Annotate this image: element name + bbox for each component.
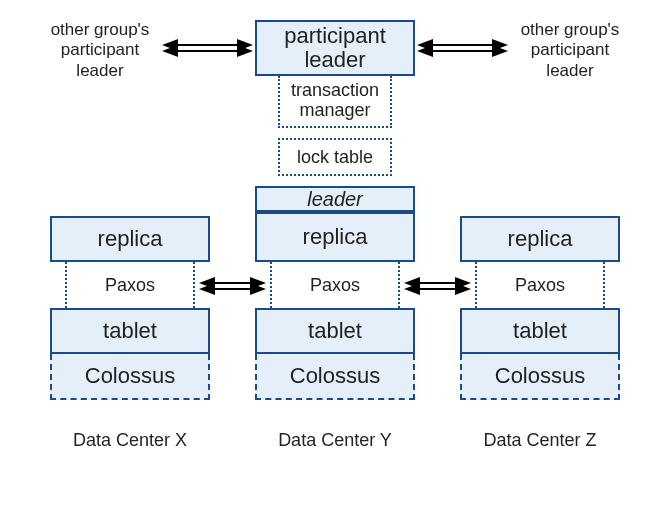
leader-box: leader [255, 186, 415, 212]
other-group-right-label: other group's participant leader [510, 20, 630, 81]
text: replica [303, 224, 368, 250]
tablet-x-box: tablet [50, 308, 210, 354]
text: leader [304, 48, 365, 72]
text: leader [307, 188, 363, 211]
text: Data Center Y [278, 430, 392, 450]
arrow-paxos-x-y [197, 276, 268, 296]
tablet-z-box: tablet [460, 308, 620, 354]
text: Paxos [515, 275, 565, 296]
arrow-paxos-y-z [402, 276, 473, 296]
replica-z-box: replica [460, 216, 620, 262]
text: participant [61, 40, 139, 59]
text: participant [284, 24, 386, 48]
colossus-x-box: Colossus [50, 354, 210, 400]
text: lock table [297, 147, 373, 168]
colossus-z-box: Colossus [460, 354, 620, 400]
datacenter-z-label: Data Center Z [460, 430, 620, 451]
arrow-right-to-leader [415, 38, 510, 58]
text: tablet [513, 318, 567, 344]
datacenter-x-label: Data Center X [50, 430, 210, 451]
text: Data Center X [73, 430, 187, 450]
other-group-left-label: other group's participant leader [40, 20, 160, 81]
text: leader [546, 61, 593, 80]
colossus-y-box: Colossus [255, 354, 415, 400]
text: Paxos [105, 275, 155, 296]
transaction-manager-box: transaction manager [278, 76, 392, 128]
paxos-y-box: Paxos [270, 262, 400, 308]
text: other group's [521, 20, 620, 39]
replica-x-box: replica [50, 216, 210, 262]
datacenter-y-label: Data Center Y [255, 430, 415, 451]
text: Paxos [310, 275, 360, 296]
lock-table-box: lock table [278, 138, 392, 176]
paxos-z-box: Paxos [475, 262, 605, 308]
text: Colossus [290, 363, 380, 389]
participant-leader-box: participant leader [255, 20, 415, 76]
paxos-x-box: Paxos [65, 262, 195, 308]
text: tablet [103, 318, 157, 344]
text: Colossus [495, 363, 585, 389]
text: other group's [51, 20, 150, 39]
text: Colossus [85, 363, 175, 389]
text: replica [98, 226, 163, 252]
text: manager [299, 101, 370, 121]
text: transaction [291, 81, 379, 101]
text: participant [531, 40, 609, 59]
text: Data Center Z [483, 430, 596, 450]
text: replica [508, 226, 573, 252]
tablet-y-box: tablet [255, 308, 415, 354]
text: tablet [308, 318, 362, 344]
replica-y-box: replica [255, 212, 415, 262]
arrow-left-to-leader [160, 38, 255, 58]
text: leader [76, 61, 123, 80]
